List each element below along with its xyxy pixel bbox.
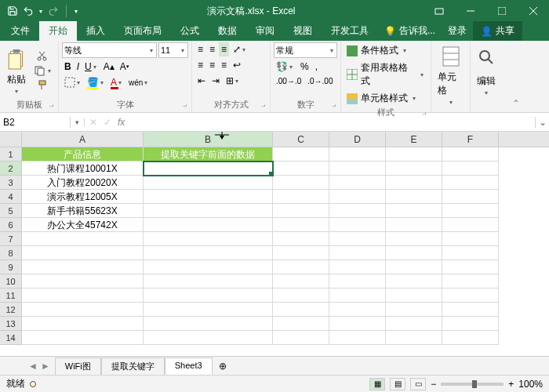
cut-button[interactable] <box>31 49 55 63</box>
cell[interactable] <box>386 246 442 260</box>
underline-button[interactable]: U▾ <box>82 60 100 74</box>
merge-button[interactable]: ⊞▾ <box>224 74 242 88</box>
collapse-ribbon-icon[interactable]: ⌃ <box>510 41 522 112</box>
bold-button[interactable]: B <box>62 60 74 74</box>
cell[interactable] <box>442 204 499 218</box>
cell[interactable] <box>22 317 144 331</box>
sheet-nav-next-icon[interactable]: ► <box>41 361 50 372</box>
cell[interactable] <box>386 147 442 162</box>
percent-button[interactable]: % <box>298 60 311 74</box>
tab-formulas[interactable]: 公式 <box>171 21 209 41</box>
select-all-corner[interactable] <box>0 132 22 147</box>
cell[interactable] <box>22 274 144 289</box>
sheet-tab[interactable]: 提取关键字 <box>101 358 165 375</box>
cell[interactable] <box>442 147 499 162</box>
conditional-format-button[interactable]: 条件格式▾ <box>344 42 427 59</box>
cell[interactable] <box>442 317 499 331</box>
font-size-combo[interactable]: ▾ <box>158 42 188 58</box>
tab-view[interactable]: 视图 <box>284 21 322 41</box>
cell[interactable] <box>273 274 329 289</box>
format-painter-button[interactable] <box>31 78 55 93</box>
col-header-E[interactable]: E <box>386 132 442 147</box>
cell[interactable] <box>22 331 144 345</box>
cell[interactable] <box>442 246 499 260</box>
cell[interactable] <box>442 303 499 317</box>
cell[interactable] <box>273 232 329 246</box>
cell[interactable] <box>144 232 273 246</box>
name-box[interactable]: B2 <box>0 117 71 128</box>
align-right-button[interactable]: ≡ <box>219 58 229 72</box>
formula-input[interactable] <box>129 117 535 128</box>
align-bottom-button[interactable]: ≡ <box>219 42 229 56</box>
increase-decimal-button[interactable]: .00→.0 <box>274 75 304 87</box>
tab-developer[interactable]: 开发工具 <box>322 21 378 41</box>
cell[interactable] <box>386 176 442 190</box>
cell[interactable] <box>144 176 273 190</box>
signin-link[interactable]: 登录 <box>442 21 473 41</box>
cell[interactable] <box>22 303 144 317</box>
page-layout-view-button[interactable]: ▤ <box>390 378 405 390</box>
align-top-button[interactable]: ≡ <box>195 42 205 56</box>
add-sheet-button[interactable]: ⊕ <box>213 361 233 372</box>
zoom-out-button[interactable]: − <box>431 379 436 390</box>
row-header[interactable]: 13 <box>0 317 22 331</box>
tab-layout[interactable]: 页面布局 <box>115 21 171 41</box>
font-color-button[interactable]: A▾ <box>108 75 125 89</box>
cell[interactable] <box>442 289 499 303</box>
italic-button[interactable]: I <box>75 60 82 74</box>
ribbon-display-icon[interactable] <box>424 0 455 22</box>
decrease-decimal-button[interactable]: .0→.00 <box>305 75 335 87</box>
row-header[interactable]: 3 <box>0 176 22 190</box>
cell[interactable] <box>144 204 273 218</box>
cell[interactable] <box>144 190 273 204</box>
row-header[interactable]: 4 <box>0 190 22 204</box>
cell[interactable] <box>329 289 386 303</box>
row-header[interactable]: 9 <box>0 260 22 274</box>
cell[interactable] <box>442 162 499 176</box>
cell[interactable] <box>386 303 442 317</box>
cell[interactable] <box>442 260 499 274</box>
cell[interactable]: 新手书籍55623X <box>22 204 144 218</box>
cell[interactable] <box>22 260 144 274</box>
cell[interactable] <box>386 190 442 204</box>
cell[interactable]: 热门课程10001X <box>22 162 144 176</box>
orientation-button[interactable]: ⤢▾ <box>231 42 249 56</box>
cell[interactable] <box>273 190 329 204</box>
worksheet-grid[interactable]: ABCDEF 1产品信息提取关键字前面的数据2热门课程10001X3入门教程20… <box>0 132 549 356</box>
cell[interactable]: 产品信息 <box>22 147 144 162</box>
cell[interactable] <box>22 232 144 246</box>
col-header-C[interactable]: C <box>273 132 329 147</box>
row-header[interactable]: 6 <box>0 218 22 232</box>
zoom-slider[interactable] <box>441 383 504 386</box>
align-center-button[interactable]: ≡ <box>207 58 217 72</box>
sheet-tab[interactable]: WiFi图 <box>55 358 101 375</box>
cell[interactable] <box>386 218 442 232</box>
cell[interactable] <box>386 289 442 303</box>
cell[interactable] <box>442 232 499 246</box>
cell[interactable] <box>329 246 386 260</box>
cell[interactable] <box>329 303 386 317</box>
cell[interactable] <box>329 218 386 232</box>
macro-record-icon[interactable] <box>30 381 36 387</box>
cell[interactable] <box>273 246 329 260</box>
cell[interactable] <box>329 176 386 190</box>
share-button[interactable]: 👤共享 <box>473 21 522 41</box>
currency-button[interactable]: 💱▾ <box>274 60 296 74</box>
cell[interactable] <box>22 246 144 260</box>
cell[interactable] <box>442 331 499 345</box>
copy-button[interactable]: ▾ <box>31 64 55 78</box>
page-break-view-button[interactable]: ▭ <box>410 378 426 390</box>
cell[interactable] <box>273 162 329 176</box>
wrap-text-button[interactable]: ↩ <box>231 58 243 72</box>
cell[interactable]: 入门教程20020X <box>22 176 144 190</box>
cell[interactable] <box>329 147 386 162</box>
cell[interactable] <box>273 331 329 345</box>
save-icon[interactable] <box>6 5 19 17</box>
cell[interactable] <box>386 331 442 345</box>
cancel-icon[interactable]: ✕ <box>89 117 97 128</box>
fill-color-button[interactable]: 🪣▾ <box>85 75 107 89</box>
row-header[interactable]: 2 <box>0 162 22 176</box>
col-header-B[interactable]: B <box>144 132 273 147</box>
name-box-dropdown-icon[interactable]: ▾ <box>71 118 85 126</box>
cell[interactable] <box>442 274 499 289</box>
